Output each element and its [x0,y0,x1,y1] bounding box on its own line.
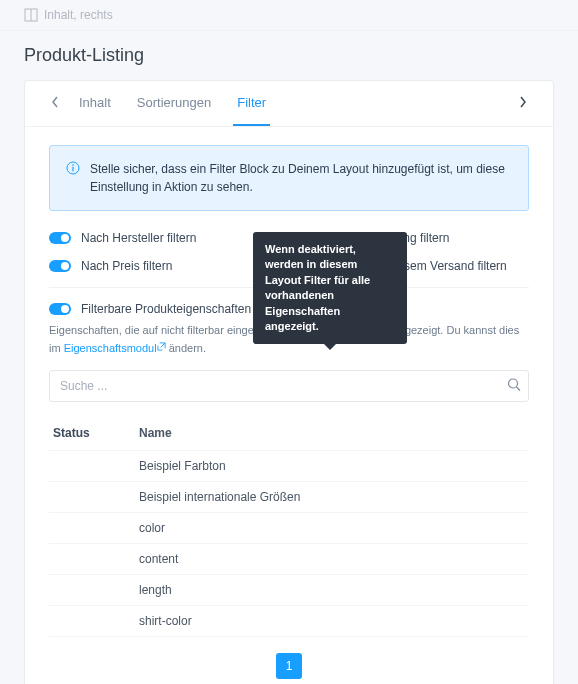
toggle-manufacturer-label: Nach Hersteller filtern [81,231,196,245]
tab-sortierungen[interactable]: Sortierungen [133,81,215,126]
properties-table: Status Name Beispiel FarbtonBeispiel int… [49,416,529,637]
page-title: Produkt-Listing [0,31,578,80]
table-row: Beispiel internationale Größen [49,482,529,513]
svg-line-6 [517,387,521,391]
external-link-icon [157,339,166,348]
row-name: shirt-color [139,614,529,628]
search-input[interactable] [49,370,529,402]
tabs: InhaltSortierungenFilter [75,81,511,126]
row-name: Beispiel internationale Größen [139,490,529,504]
toggle-price-label: Nach Preis filtern [81,259,172,273]
table-row: content [49,544,529,575]
properties-module-link[interactable]: Eigenschaftsmodul [64,342,166,354]
toggle-manufacturer[interactable] [49,232,71,244]
page-1[interactable]: 1 [276,653,302,679]
tooltip: Wenn deaktiviert, werden in diesem Layou… [253,232,407,344]
table-row: length [49,575,529,606]
layout-icon [24,8,38,22]
tab-filter[interactable]: Filter [233,81,270,126]
settings-card: InhaltSortierungenFilter Stelle sicher, … [24,80,554,684]
tabs-prev[interactable] [43,88,67,119]
row-name: content [139,552,529,566]
info-icon [66,161,80,175]
table-row: Beispiel Farbton [49,451,529,482]
row-name: Beispiel Farbton [139,459,529,473]
table-row: color [49,513,529,544]
breadcrumb-label: Inhalt, rechts [44,8,113,22]
row-name: length [139,583,529,597]
info-alert: Stelle sicher, dass ein Filter Block zu … [49,145,529,211]
toggle-price[interactable] [49,260,71,272]
svg-point-5 [509,379,518,388]
search-icon[interactable] [507,378,521,395]
alert-text: Stelle sicher, dass ein Filter Block zu … [90,160,512,196]
svg-point-3 [72,164,74,166]
pagination: 123 [49,653,529,684]
tabs-next[interactable] [511,88,535,119]
row-name: color [139,521,529,535]
col-header-name: Name [139,426,529,440]
page-2[interactable]: 2 [276,679,302,684]
table-row: shirt-color [49,606,529,637]
breadcrumb: Inhalt, rechts [0,0,578,31]
svg-rect-4 [72,167,73,172]
toggle-properties-section[interactable] [49,303,71,315]
col-header-status: Status [49,426,139,440]
tab-inhalt[interactable]: Inhalt [75,81,115,126]
